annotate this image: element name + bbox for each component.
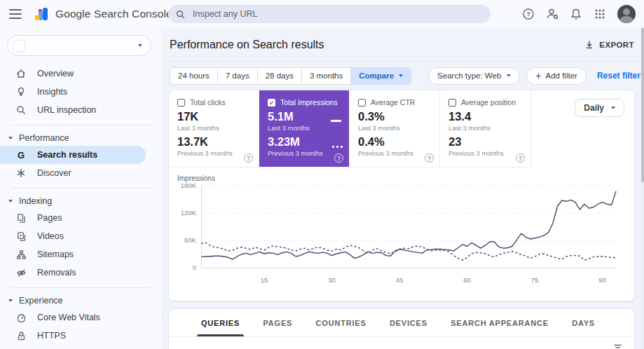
date-range-compare[interactable]: Compare [351,67,411,85]
section-collapse-icon [8,137,13,139]
magnifier-icon [15,104,27,116]
property-favicon [13,40,25,52]
apps-grid-icon[interactable] [594,8,606,20]
page-scrollbar[interactable] [641,0,644,349]
user-avatar[interactable] [617,5,636,23]
url-inspection-searchbar[interactable] [168,5,491,23]
sidebar-section-indexing[interactable]: Indexing [0,193,161,209]
property-selector[interactable] [7,35,151,56]
notifications-bell-icon[interactable] [570,8,582,20]
metric-cards-row: Total clicks 17K Last 3 months 13.7K Pre… [169,90,531,167]
tab-pages[interactable]: PAGES [257,309,298,336]
inspect-url-input[interactable] [191,8,484,20]
sidebar-item-videos[interactable]: Videos [0,227,161,245]
pages-icon [15,212,27,224]
account-settings-icon[interactable] [546,8,559,20]
sidebar: Overview Insights URL inspection Perform… [0,28,161,349]
search-type-filter[interactable]: Search type: Web [428,67,520,85]
chevron-down-icon [399,74,403,77]
home-icon [15,68,27,79]
help-icon[interactable]: ? [334,153,343,163]
sidebar-item-insights[interactable]: Insights [0,83,161,101]
date-range-24-hours[interactable]: 24 hours [170,67,218,85]
video-pages-icon [15,231,27,242]
section-collapse-icon [8,200,13,203]
tab-search-appearance[interactable]: SEARCH APPEARANCE [445,309,554,336]
sidebar-section-performance[interactable]: Performance [0,130,161,146]
dashed-line-legend-icon [332,146,343,148]
impressions-chart: Impressions 180K 120K 60K 0 15 30 45 [169,167,634,301]
metric-card-average-ctr[interactable]: Average CTR 0.3% Last 3 months 0.4% Prev… [350,90,440,167]
sidebar-section-experience[interactable]: Experience [0,293,161,308]
section-collapse-icon [8,299,13,302]
chart-plot-area[interactable] [201,186,616,268]
metrics-panel: Total clicks 17K Last 3 months 13.7K Pre… [168,90,635,301]
checkbox-checked-icon[interactable]: ✓ [268,99,275,107]
reset-filters-link[interactable]: Reset filters [597,71,644,81]
sidebar-divider [11,188,151,189]
tab-devices[interactable]: DEVICES [384,309,433,336]
tab-queries[interactable]: QUERIES [196,309,245,336]
svg-text:G: G [18,150,25,160]
page-header: Performance on Search results EXPORT [161,28,644,62]
sidebar-item-search-results[interactable]: G Search results [0,146,146,164]
tab-days[interactable]: DAYS [566,309,601,336]
search-icon [175,9,186,20]
help-icon[interactable]: ? [425,153,434,163]
hamburger-menu-icon[interactable] [9,9,22,19]
metric-card-total-clicks[interactable]: Total clicks 17K Last 3 months 13.7K Pre… [169,90,259,167]
lightbulb-icon [15,86,27,97]
sidebar-item-https[interactable]: HTTPS [0,327,161,345]
date-range-28-days[interactable]: 28 days [258,67,302,85]
topbar: Google Search Console ? [0,0,644,28]
sidebar-item-discover[interactable]: Discover [0,164,161,182]
download-icon [584,40,594,50]
app-title: Google Search Console [55,8,172,20]
date-range-7-days[interactable]: 7 days [218,67,258,85]
checkbox-unchecked-icon[interactable] [177,99,185,107]
help-icon[interactable]: ? [516,153,525,163]
metric-card-average-position[interactable]: Average position 13.4 Last 3 months 23 P… [440,90,530,167]
sidebar-item-pages[interactable]: Pages [0,209,161,227]
discover-asterisk-icon [15,167,27,179]
dimensions-panel: QUERIES PAGES COUNTRIES DEVICES SEARCH A… [168,308,635,349]
sidebar-item-sitemaps[interactable]: Sitemaps [0,245,161,264]
chevron-down-icon [611,107,615,109]
sidebar-divider [11,287,151,288]
export-button[interactable]: EXPORT [584,40,634,50]
speedometer-icon [15,312,27,323]
checkbox-unchecked-icon[interactable] [448,99,456,107]
metric-card-total-impressions[interactable]: ✓Total Impressions 5.1M Last 3 months 3.… [259,90,350,167]
main-content: Performance on Search results EXPORT 24 … [161,28,644,349]
sidebar-item-url-inspection[interactable]: URL inspection [0,101,161,119]
sidebar-item-overview[interactable]: Overview [0,64,161,83]
chart-y-axis-label: Impressions [177,174,624,182]
plus-icon: + [535,70,541,81]
page-title: Performance on Search results [170,39,324,51]
chevron-down-icon [507,74,511,77]
sidebar-item-core-web-vitals[interactable]: Core Web Vitals [0,308,161,327]
lock-icon [15,330,27,341]
svg-text:?: ? [526,11,530,18]
help-icon[interactable]: ? [522,8,535,20]
chevron-down-icon [138,44,142,47]
impressions-chart-svg [201,186,616,268]
help-icon[interactable]: ? [244,153,253,163]
dimension-tabs: QUERIES PAGES COUNTRIES DEVICES SEARCH A… [169,309,634,337]
tab-countries[interactable]: COUNTRIES [310,309,372,336]
sitemap-icon [15,249,27,260]
search-console-logo-icon [34,7,49,21]
chart-y-ticks: 180K 120K 60K 0 [177,182,201,271]
eye-off-icon [15,267,27,278]
granularity-dropdown[interactable]: Daily [575,99,624,117]
checkbox-unchecked-icon[interactable] [358,99,366,107]
solid-line-legend-icon [331,120,341,122]
filter-list-icon[interactable] [612,343,623,349]
add-filter-button[interactable]: + Add filter [526,67,587,85]
google-g-icon: G [15,149,27,160]
chart-x-ticks: 15 30 45 60 75 90 [201,273,616,285]
sidebar-item-removals[interactable]: Removals [0,264,161,282]
sidebar-divider [11,125,151,125]
topbar-actions: ? [522,0,636,28]
date-range-3-months[interactable]: 3 months [302,67,351,85]
